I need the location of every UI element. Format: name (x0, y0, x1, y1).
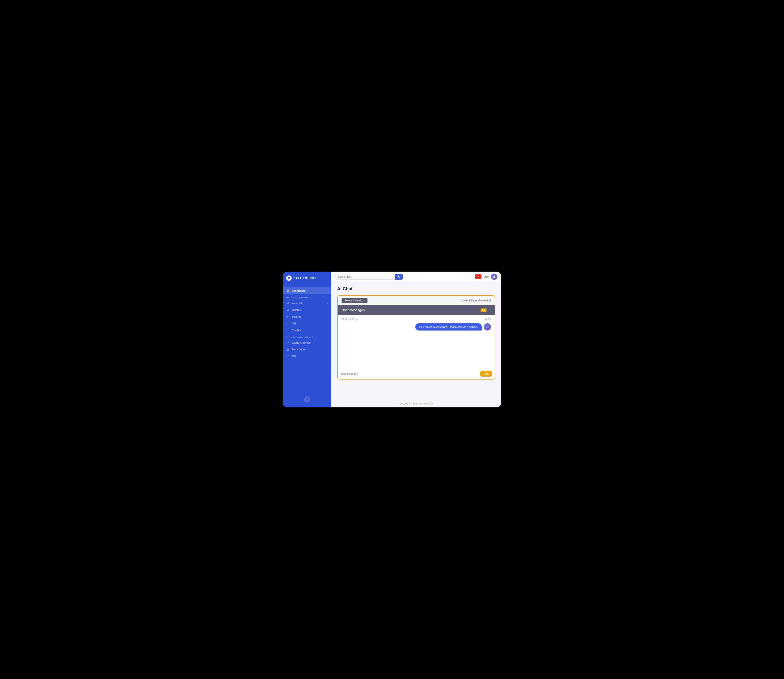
bot-avatar (484, 323, 491, 330)
sidebar-navigation: Dashboard MAIN COMPONENTS Your Data › (283, 285, 331, 407)
topbar: User (331, 272, 501, 282)
sidebar-item-settings[interactable]: Settings (283, 313, 331, 320)
chevron-right-icon: › (327, 302, 328, 305)
nav-section-main: MAIN COMPONENTS (283, 294, 331, 300)
search-wrapper (335, 274, 403, 280)
page-title: Ai Chat (337, 286, 495, 291)
chat-messages-area: 23 Jan 2:05 pm Ai Bot Hi! I Am An AI Ass… (338, 315, 495, 368)
chat-container: Select a Metric ▾ Current State: General… (337, 296, 495, 380)
search-button[interactable] (395, 274, 403, 280)
database-icon (286, 302, 290, 305)
svg-rect-18 (485, 327, 486, 328)
message-meta: 23 Jan 2:05 pm Ai Bot (341, 318, 491, 321)
sidebar-collapse-button[interactable]: ‹ (304, 396, 310, 402)
logo-icon (286, 275, 291, 281)
message-timestamp: 23 Jan 2:05 pm (341, 318, 358, 321)
footer-text: Copyright © Data Lounge 2024 (399, 402, 433, 405)
chat-header-title: Chat messages (341, 308, 365, 312)
logo-text: DATA LOUNGE (294, 277, 316, 280)
message-sender: Ai Bot (484, 318, 491, 321)
ask-button[interactable]: Ask (480, 371, 492, 377)
sidebar-item-permissions[interactable]: Permissions (283, 346, 331, 353)
grid-icon (286, 289, 290, 293)
chat-badge: SD (480, 308, 487, 312)
chat-header: Chat messages SD — (338, 305, 495, 315)
sidebar-logo: DATA LOUNGE (283, 272, 331, 285)
sidebar-item-label: Dashboard (291, 289, 305, 292)
svg-rect-4 (288, 291, 289, 292)
chat-collapse-icon[interactable]: — (488, 308, 491, 312)
sidebar-item-usage-analytics[interactable]: Usage Analytics (283, 339, 331, 346)
chat-message-input[interactable] (341, 372, 478, 375)
user-menu[interactable]: User (484, 274, 497, 280)
sidebar-item-api[interactable]: API (283, 320, 331, 327)
avatar (491, 274, 497, 280)
current-state-label: Current State: (461, 299, 477, 302)
message-row: Hi! I Am An AI Assistant, Please Ask Me … (341, 323, 491, 330)
sidebar: DATA LOUNGE Dashboard (283, 272, 331, 407)
youtube-icon-button[interactable] (475, 274, 482, 279)
main-content: User Ai Chat (331, 272, 501, 407)
sidebar-item-your-data[interactable]: Your Data › (283, 300, 331, 307)
svg-rect-19 (489, 327, 490, 328)
svg-point-6 (288, 316, 288, 317)
sidebar-item-label: Chatbot (291, 329, 301, 332)
svg-rect-3 (287, 291, 288, 292)
code-icon (286, 355, 290, 358)
svg-rect-13 (486, 326, 489, 329)
chat-toolbar: Select a Metric ▾ Current State: General… (338, 296, 495, 305)
sidebar-item-api2[interactable]: API (283, 353, 331, 360)
bot-message-bubble: Hi! I Am An AI Assistant, Please Ask Me … (415, 323, 482, 330)
sidebar-item-insights[interactable]: Insights (283, 307, 331, 313)
current-state-value: General AI (478, 299, 491, 302)
api-icon (286, 322, 290, 325)
chart-icon (286, 341, 290, 344)
svg-point-9 (398, 276, 399, 277)
sidebar-item-label: Permissions (291, 348, 306, 351)
svg-point-5 (287, 302, 289, 303)
sidebar-item-chatbot[interactable]: Chatbot (283, 327, 331, 334)
bulb-icon (286, 308, 290, 311)
sidebar-item-label: Usage Analytics (291, 341, 310, 344)
svg-point-17 (487, 325, 488, 325)
svg-rect-2 (288, 289, 289, 291)
sidebar-item-label: API (291, 355, 296, 358)
user-label: User (484, 275, 490, 278)
select-metric-button[interactable]: Select a Metric ▾ (341, 298, 368, 303)
chat-input-row: Ask (338, 368, 495, 379)
search-input[interactable] (335, 274, 395, 280)
sidebar-item-dashboard[interactable]: Dashboard (283, 287, 331, 294)
page-body: Ai Chat Select a Metric ▾ Current State:… (331, 282, 501, 400)
sidebar-item-label: Settings (291, 315, 301, 318)
chat-header-icons: SD — (480, 308, 491, 312)
sidebar-item-label: Insights (291, 308, 301, 311)
svg-rect-1 (287, 289, 288, 291)
svg-point-14 (487, 327, 487, 328)
lock-icon (286, 348, 290, 351)
sidebar-item-label: Your Data (291, 302, 304, 305)
nav-section-future: FUTURE COMPONENTS (283, 334, 331, 339)
current-state: Current State: General AI (461, 299, 491, 302)
select-metric-label: Select a Metric (344, 299, 362, 302)
svg-point-8 (288, 350, 288, 350)
sidebar-item-label: API (291, 322, 296, 325)
svg-point-15 (488, 327, 488, 328)
chevron-down-icon: ▾ (363, 299, 365, 302)
settings-icon (286, 315, 290, 318)
footer: Copyright © Data Lounge 2024 (331, 400, 501, 407)
chat-icon (286, 329, 290, 332)
